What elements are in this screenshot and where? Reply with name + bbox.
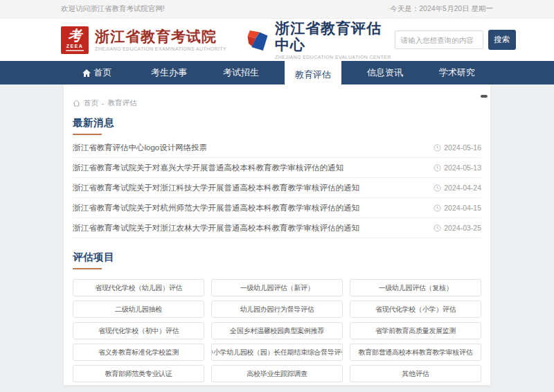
nav-item-exam-admission[interactable]: 考试招生: [205, 61, 277, 84]
clock-icon: [434, 224, 441, 232]
clock-icon: [434, 204, 441, 212]
projects-section-underline: [73, 268, 102, 269]
exam-authority-subtitle: ZHEJIANG EDUCATION EXAMINATIONS AUTHORIT…: [95, 46, 226, 51]
news-date-text: 2024-04-15: [444, 204, 481, 212]
evaluation-center-logo[interactable]: 浙江省教育评估中心 ZHEJIANG EDUCATION EVALUATION …: [246, 20, 395, 59]
scrollbar-thumb[interactable]: [481, 95, 488, 98]
evaluation-center-title: 浙江省教育评估中心: [275, 20, 395, 52]
news-section-title: 最新消息: [73, 116, 481, 130]
welcome-text: 欢迎访问浙江省教育考试院官网!: [61, 4, 165, 14]
main-nav: 首页 考生办事 考试招生 教育评估 信息资讯 学术研究: [0, 61, 554, 84]
news-row[interactable]: 浙江省教育评估中心logo设计网络投票 2024-05-16: [73, 138, 481, 158]
clock-icon: [434, 184, 441, 192]
nav-item-education-evaluation[interactable]: 教育评估: [277, 61, 349, 84]
news-list: 浙江省教育评估中心logo设计网络投票 2024-05-16 浙江省教育考试院关…: [73, 138, 481, 238]
project-button[interactable]: 全国乡村温馨校园典型案例推荐: [211, 322, 343, 339]
project-button[interactable]: 省现代化学校（初中）评估: [73, 322, 204, 339]
news-date-text: 2024-05-13: [444, 163, 481, 172]
nav-item-label: 考生办事: [151, 66, 187, 79]
news-date-text: 2024-04-24: [444, 184, 481, 192]
nav-item-label: 首页: [94, 66, 112, 79]
home-icon: [82, 69, 91, 77]
exam-authority-titles: 浙江省教育考试院 ZHEJIANG EDUCATION EXAMINATIONS…: [95, 28, 226, 51]
news-title[interactable]: 浙江省教育考试院关于对浙江农林大学开展普通高校本科教育教学审核评估的通知: [73, 223, 359, 233]
evaluation-center-mark-icon: [246, 27, 269, 53]
news-title[interactable]: 浙江省教育考试院关于对嘉兴大学开展普通高校本科教育教学审核评估的通知: [73, 163, 343, 173]
news-date-text: 2024-05-16: [444, 143, 481, 152]
clock-icon: [434, 164, 441, 172]
search-input[interactable]: [395, 30, 483, 49]
project-button[interactable]: 中小学幼儿园校（园）长任期结束综合督导评估: [211, 344, 343, 361]
clock-icon: [434, 144, 441, 152]
exam-authority-title: 浙江省教育考试院: [95, 28, 226, 44]
project-button[interactable]: 高校毕业生跟踪调查: [211, 365, 343, 382]
news-title[interactable]: 浙江省教育评估中心logo设计网络投票: [73, 143, 207, 153]
nav-item-home[interactable]: 首页: [61, 61, 133, 84]
breadcrumb-home[interactable]: 首页: [84, 98, 98, 108]
project-button[interactable]: 幼儿园办园行为督导评估: [211, 301, 343, 318]
evaluation-center-titles: 浙江省教育评估中心 ZHEJIANG EDUCATION EVALUATION …: [275, 20, 395, 59]
news-section-underline: [73, 134, 102, 135]
news-date: 2024-04-15: [434, 204, 481, 212]
project-button[interactable]: 教育部普通高校本科教育教学审核评估: [350, 344, 481, 361]
project-button[interactable]: 一级幼儿园评估（复核）: [350, 279, 481, 296]
breadcrumb-separator: -: [102, 99, 105, 107]
breadcrumb-home-icon[interactable]: [73, 100, 80, 107]
news-date: 2024-03-25: [434, 224, 481, 232]
breadcrumb-current: 教育评估: [108, 98, 137, 108]
project-button[interactable]: 省义务教育标准化学校监测: [73, 344, 204, 361]
main-area: 首页 - 教育评估 最新消息 浙江省教育评估中心logo设计网络投票 2024-…: [0, 84, 554, 392]
project-button[interactable]: 省现代化学校（小学）评估: [350, 301, 481, 318]
news-date: 2024-05-16: [434, 143, 481, 152]
logo-abbr: ZEEA: [66, 44, 84, 48]
news-title[interactable]: 浙江省教育考试院关于对杭州师范大学开展普通高校本科教育教学审核评估的通知: [73, 203, 359, 213]
content-card: 首页 - 教育评估 最新消息 浙江省教育评估中心logo设计网络投票 2024-…: [64, 84, 490, 385]
date-text: 今天是：2024年5月20日 星期一: [390, 4, 493, 14]
nav-item-academic-research[interactable]: 学术研究: [421, 61, 493, 84]
exam-authority-logo[interactable]: 考 ZEEA 浙江省教育考试院 ZHEJIANG EDUCATION EXAMI…: [61, 26, 226, 54]
news-row[interactable]: 浙江省教育考试院关于对杭州师范大学开展普通高校本科教育教学审核评估的通知 202…: [73, 198, 481, 218]
search-button[interactable]: 搜索: [488, 30, 516, 50]
nav-item-label: 教育评估: [295, 69, 331, 81]
news-row[interactable]: 浙江省教育考试院关于对嘉兴大学开展普通高校本科教育教学审核评估的通知 2024-…: [73, 158, 481, 178]
site-header: 考 ZEEA 浙江省教育考试院 ZHEJIANG EDUCATION EXAMI…: [0, 19, 554, 61]
search-bar: 搜索: [395, 30, 516, 50]
nav-item-information[interactable]: 信息资讯: [349, 61, 421, 84]
project-button[interactable]: 其他评估: [350, 365, 481, 382]
evaluation-center-subtitle: ZHEJIANG EDUCATION EVALUATION CENTER: [275, 55, 395, 60]
news-date: 2024-04-24: [434, 184, 481, 192]
project-button[interactable]: 省现代化学校（幼儿园）评估: [73, 279, 204, 296]
projects-section-title: 评估项目: [73, 251, 481, 264]
nav-item-candidate-services[interactable]: 考生办事: [133, 61, 205, 84]
nav-inner: 首页 考生办事 考试招生 教育评估 信息资讯 学术研究: [61, 61, 493, 84]
news-row[interactable]: 浙江省教育考试院关于对浙江科技大学开展普通高校本科教育教学审核评估的通知 202…: [73, 178, 481, 198]
topbar: 欢迎访问浙江省教育考试院官网! 今天是：2024年5月20日 星期一: [0, 0, 554, 19]
project-button[interactable]: 教育部师范类专业认证: [73, 365, 204, 382]
nav-item-label: 信息资讯: [367, 66, 403, 79]
logo-underline: [66, 50, 84, 51]
nav-item-label: 学术研究: [439, 66, 475, 79]
news-date-text: 2024-03-25: [444, 224, 481, 232]
project-button[interactable]: 省学前教育高质量发展监测: [350, 322, 481, 339]
projects-grid: 省现代化学校（幼儿园）评估 一级幼儿园评估（新评） 一级幼儿园评估（复核） 二级…: [73, 279, 481, 382]
project-button[interactable]: 二级幼儿园抽检: [73, 301, 204, 318]
news-title[interactable]: 浙江省教育考试院关于对浙江科技大学开展普通高校本科教育教学审核评估的通知: [73, 183, 359, 193]
logo-kao-char: 考: [68, 28, 82, 42]
project-button[interactable]: 一级幼儿园评估（新评）: [211, 279, 343, 296]
news-row[interactable]: 浙江省教育考试院关于对浙江农林大学开展普通高校本科教育教学审核评估的通知 202…: [73, 218, 481, 238]
zeea-logo-icon: 考 ZEEA: [61, 26, 89, 54]
news-date: 2024-05-13: [434, 163, 481, 172]
nav-item-label: 考试招生: [223, 66, 259, 79]
breadcrumb: 首页 - 教育评估: [73, 98, 481, 108]
